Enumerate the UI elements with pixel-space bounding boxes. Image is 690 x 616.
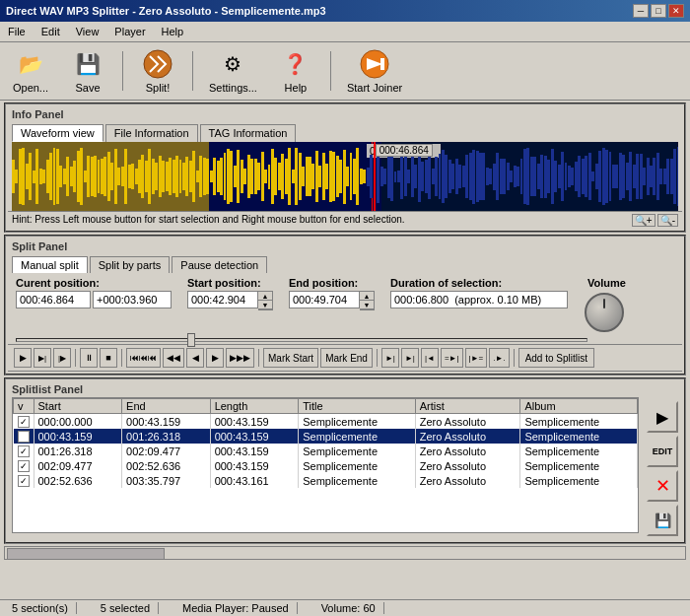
play-button[interactable]: ▶ bbox=[14, 348, 32, 368]
position-slider[interactable] bbox=[16, 338, 587, 342]
tab-tag-info[interactable]: TAG Information bbox=[200, 124, 297, 142]
mark-start-button[interactable]: Mark Start bbox=[263, 348, 318, 368]
menu-file[interactable]: File bbox=[4, 24, 30, 39]
save-button[interactable]: 💾 Save bbox=[63, 46, 112, 96]
tab-file-info[interactable]: File Information bbox=[105, 124, 198, 142]
cell-length: 000:43.159 bbox=[210, 444, 299, 458]
table-row[interactable]: 000:00.000 000:43.159 000:43.159 Semplic… bbox=[14, 414, 638, 430]
delete-item-button[interactable]: ✕ bbox=[647, 470, 678, 502]
minimize-button[interactable]: ─ bbox=[633, 4, 649, 18]
play-sel-button[interactable]: ▶| bbox=[34, 348, 51, 368]
row-checkbox[interactable] bbox=[18, 475, 30, 487]
prev2-button[interactable]: ◀ bbox=[186, 348, 204, 368]
title-bar: Direct WAV MP3 Splitter - Zero Assoluto … bbox=[0, 0, 690, 22]
start-joiner-button[interactable]: Start Joiner bbox=[341, 46, 408, 96]
close-button[interactable]: ✕ bbox=[668, 4, 684, 18]
col-album: Album bbox=[520, 399, 638, 414]
row-checkbox[interactable] bbox=[18, 431, 30, 443]
cell-end: 000:43.159 bbox=[122, 414, 211, 430]
tab-split-by-parts[interactable]: Split by parts bbox=[90, 256, 171, 273]
next2-button[interactable]: ▶ bbox=[206, 348, 224, 368]
add-to-splitlist-button[interactable]: Add to Splitlist bbox=[518, 348, 594, 368]
menu-player[interactable]: Player bbox=[110, 24, 149, 39]
split-panel: Split Panel Manual split Split by parts … bbox=[4, 235, 686, 376]
cell-start: 001:26.318 bbox=[34, 444, 122, 458]
horizontal-scrollbar[interactable] bbox=[4, 546, 686, 560]
nav-start-button[interactable]: ►| bbox=[401, 348, 419, 368]
help-icon: ❓ bbox=[280, 48, 311, 80]
save-item-button[interactable]: 💾 bbox=[647, 505, 678, 536]
status-volume: Volume: 60 bbox=[313, 602, 384, 614]
cell-title: Semplicemente bbox=[299, 429, 416, 444]
current-position-input[interactable] bbox=[16, 291, 91, 308]
open-label: Open... bbox=[13, 82, 48, 94]
tab-waveform[interactable]: Waveform view bbox=[12, 124, 104, 142]
waveform-display[interactable]: // draw bars inline via SVG text 000:46.… bbox=[12, 142, 678, 211]
play-item-button[interactable]: ▶ bbox=[647, 401, 678, 433]
menu-edit[interactable]: Edit bbox=[37, 24, 64, 39]
zoom-icons[interactable]: 🔍+ 🔍- bbox=[632, 214, 678, 227]
mark-end-button[interactable]: Mark End bbox=[320, 348, 373, 368]
col-check: v bbox=[14, 399, 34, 414]
splitlist-table-container[interactable]: v Start End Length Title Artist Album 00… bbox=[12, 397, 639, 533]
start-position-group: Start position: ▲ ▼ bbox=[187, 277, 273, 310]
nav-bwd-button[interactable]: |►= bbox=[465, 348, 488, 368]
transport-sep-1 bbox=[75, 349, 76, 367]
volume-group: Volume bbox=[584, 277, 626, 332]
cell-title: Semplicemente bbox=[299, 473, 416, 488]
splitlist-panel: Splitlist Panel v Start End Length Title… bbox=[4, 377, 686, 544]
row-checkbox[interactable] bbox=[18, 460, 30, 472]
end-position-input[interactable] bbox=[289, 291, 360, 308]
duration-input[interactable] bbox=[390, 291, 568, 308]
open-button[interactable]: 📂 Open... bbox=[6, 46, 55, 96]
help-button[interactable]: ❓ Help bbox=[271, 46, 320, 96]
split-tabs: Manual split Split by parts Pause detect… bbox=[8, 254, 682, 273]
info-panel: Info Panel Waveform view File Informatio… bbox=[4, 103, 686, 233]
tab-manual-split[interactable]: Manual split bbox=[12, 256, 88, 273]
start-position-input[interactable] bbox=[187, 291, 258, 308]
split-button[interactable]: Split! bbox=[133, 46, 182, 96]
end-spin-down[interactable]: ▼ bbox=[360, 301, 374, 309]
transport-sep-2 bbox=[121, 349, 122, 367]
split-panel-label: Split Panel bbox=[8, 239, 682, 254]
table-row[interactable]: 002:09.477 002:52.636 000:43.159 Semplic… bbox=[14, 458, 638, 473]
tab-pause-detection[interactable]: Pause detection bbox=[172, 256, 267, 273]
menu-help[interactable]: Help bbox=[158, 24, 188, 39]
slider-thumb[interactable] bbox=[187, 333, 195, 347]
table-row[interactable]: 001:26.318 002:09.477 000:43.159 Semplic… bbox=[14, 444, 638, 458]
end-position-label: End position: bbox=[289, 277, 375, 289]
nav-fwd-button[interactable]: =►| bbox=[441, 348, 463, 368]
loop-button[interactable]: ►| bbox=[381, 348, 399, 368]
zoom-in-icon[interactable]: 🔍+ bbox=[632, 214, 656, 227]
start-spin-btns: ▲ ▼ bbox=[258, 291, 273, 310]
table-row[interactable]: 002:52.636 003:35.797 000:43.161 Semplic… bbox=[14, 473, 638, 488]
row-checkbox[interactable] bbox=[18, 445, 30, 457]
restore-button[interactable]: □ bbox=[651, 4, 666, 18]
zoom-out-icon[interactable]: 🔍- bbox=[657, 214, 678, 227]
cell-album: Semplicemente bbox=[520, 444, 638, 458]
settings-button[interactable]: ⚙ Settings... bbox=[203, 46, 263, 96]
end-spin-up[interactable]: ▲ bbox=[360, 292, 374, 301]
status-bar: 5 section(s) 5 selected Media Player: Pa… bbox=[0, 599, 690, 616]
nav-more-button[interactable]: .►. bbox=[489, 348, 509, 368]
nav-end-button[interactable]: |◄ bbox=[421, 348, 439, 368]
goto-start-button[interactable]: ⏮⏮⏮ bbox=[126, 348, 161, 368]
cell-artist: Zero Assoluto bbox=[415, 458, 520, 473]
cell-start: 002:52.636 bbox=[34, 473, 122, 488]
table-row[interactable]: 000:43.159 001:26.318 000:43.159 Semplic… bbox=[14, 429, 638, 444]
menu-view[interactable]: View bbox=[72, 24, 104, 39]
prev-button[interactable]: ◀◀ bbox=[163, 348, 184, 368]
edit-item-button[interactable]: EDIT bbox=[647, 436, 678, 467]
volume-knob[interactable] bbox=[585, 293, 624, 332]
row-checkbox[interactable] bbox=[18, 416, 30, 428]
cell-album: Semplicemente bbox=[520, 414, 638, 430]
pause-button[interactable]: ⏸ bbox=[80, 348, 98, 368]
stop-button[interactable]: ■ bbox=[100, 348, 117, 368]
start-spin-down[interactable]: ▼ bbox=[258, 301, 272, 309]
menu-bar: File Edit View Player Help bbox=[0, 22, 690, 42]
start-spin-up[interactable]: ▲ bbox=[258, 292, 272, 301]
play-end-button[interactable]: |▶ bbox=[53, 348, 71, 368]
scrollbar-thumb[interactable] bbox=[7, 548, 165, 560]
goto-end-button[interactable]: ▶▶▶ bbox=[226, 348, 254, 368]
current-position-offset[interactable] bbox=[93, 291, 172, 308]
